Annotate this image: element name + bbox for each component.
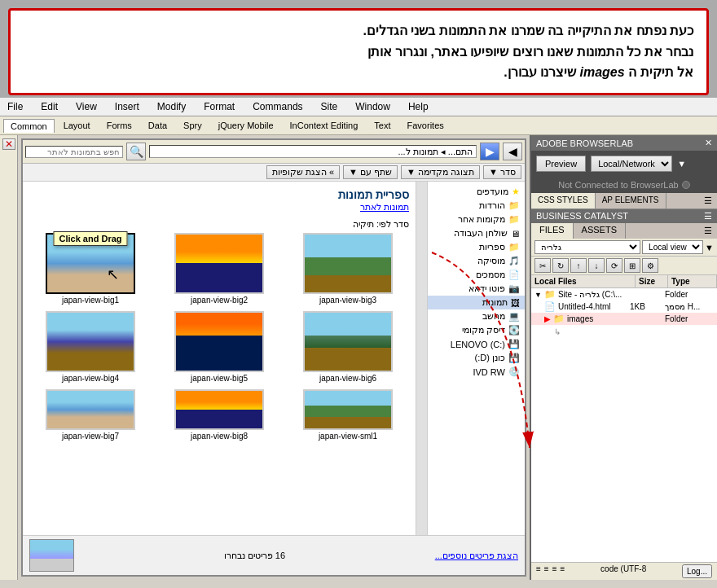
image-label: japan-view-big6: [319, 374, 376, 383]
menu-window[interactable]: Window: [353, 100, 393, 113]
expand-panel-icon[interactable]: ⊞: [624, 258, 640, 273]
refresh-icon[interactable]: ↻: [552, 258, 569, 273]
close-icon[interactable]: ✕: [2, 138, 15, 150]
folder-item-docs[interactable]: 📄 מסמכים: [428, 268, 525, 282]
site-dropdown[interactable]: גלריה: [534, 240, 640, 254]
image-item[interactable]: Click and Drag ↖ japan-view-big1: [29, 233, 152, 305]
folder-item-d-drive[interactable]: 💾 כונן (D:): [428, 351, 525, 365]
expand-icon[interactable]: ▼: [705, 243, 714, 252]
log-button[interactable]: Log...: [682, 564, 712, 578]
image-item[interactable]: japan-view-big8: [158, 389, 280, 441]
sync-icon[interactable]: ⟳: [606, 258, 622, 273]
music-icon: 🎵: [508, 256, 520, 266]
folder-item-lenovo[interactable]: 💾 LENOVO (C:): [428, 337, 525, 351]
tab-text[interactable]: Text: [367, 118, 398, 133]
tab-forms[interactable]: Forms: [99, 118, 139, 133]
align-right-icon[interactable]: ≡: [552, 564, 557, 578]
network-select[interactable]: Local/Network: [591, 156, 672, 172]
tab-ap-elements[interactable]: AP ELEMENTS: [596, 193, 666, 208]
tab-data[interactable]: Data: [141, 118, 174, 133]
align-justify-icon[interactable]: ≡: [561, 564, 565, 578]
folder-item-favorites[interactable]: ★ מועדפים: [428, 185, 525, 199]
btn-share[interactable]: שתף עם ▼: [343, 165, 398, 179]
browserlab-close-icon[interactable]: ✕: [705, 138, 712, 148]
menu-edit[interactable]: Edit: [38, 100, 60, 113]
cut-icon[interactable]: ✂: [534, 258, 551, 273]
menu-file[interactable]: File: [5, 100, 25, 113]
images-sub-indicator: ↳: [531, 325, 717, 336]
search-icon[interactable]: 🔍: [126, 143, 146, 160]
image-item[interactable]: japan-view-big4: [29, 311, 152, 383]
show-more-link[interactable]: הצגת פריטים נוספים...: [435, 551, 518, 561]
folder-item-computer[interactable]: 💻 מחשב: [428, 309, 525, 323]
folder-label: מסמכים: [476, 270, 505, 280]
menu-modify[interactable]: Modify: [155, 100, 188, 113]
btn-slideshow[interactable]: » הצגת שקופיות: [266, 165, 340, 179]
tab-common[interactable]: Common: [3, 119, 55, 133]
tab-files[interactable]: FILES: [531, 223, 574, 239]
tab-assets[interactable]: ASSETS: [574, 223, 626, 239]
image-item[interactable]: japan-view-big3: [287, 233, 409, 305]
image-item[interactable]: japan-view-sml1: [287, 389, 409, 441]
image-thumb: [46, 389, 135, 430]
toolbar: Common Layout Forms Data Spry jQuery Mob…: [0, 116, 717, 135]
folder-item-libraries[interactable]: 📁 ספריות: [428, 240, 525, 254]
nav-back-btn[interactable]: ◀: [503, 143, 522, 160]
view-select[interactable]: Local view: [642, 240, 703, 254]
align-center-icon[interactable]: ≡: [544, 564, 549, 578]
folder-item-downloads[interactable]: 📁 הורדות: [428, 199, 525, 213]
menu-help[interactable]: Help: [406, 100, 431, 113]
browserlab-settings-icon[interactable]: ▼: [677, 159, 686, 169]
preview-button[interactable]: Preview: [536, 156, 586, 172]
star-icon: ★: [512, 186, 520, 197]
folder-path-link[interactable]: תמונות לאתר: [360, 202, 409, 212]
menu-site[interactable]: Site: [319, 100, 341, 113]
search-input[interactable]: [25, 146, 123, 158]
align-left-icon[interactable]: ≡: [536, 564, 541, 578]
menu-format[interactable]: Format: [201, 100, 237, 113]
biz-expand-icon[interactable]: ☰: [704, 211, 712, 222]
image-item[interactable]: japan-view-big6: [287, 311, 409, 383]
menu-commands[interactable]: Commands: [250, 100, 305, 113]
upload-icon[interactable]: ↑: [570, 258, 587, 273]
folder-item-images[interactable]: 🖼 תמונות: [428, 296, 525, 309]
html-file-icon: 📄: [544, 301, 556, 312]
folder-item-other[interactable]: 📁 מקומות אחר: [428, 213, 525, 226]
file-tree-item-html[interactable]: 📄 Untitled-4.html 1KB מסמך H...: [531, 301, 717, 313]
tab-jquery[interactable]: jQuery Mobile: [211, 118, 281, 133]
computer-icon: 💻: [508, 311, 520, 322]
tab-favorites[interactable]: Favorites: [400, 118, 451, 133]
folder-label: שולחן העבודה: [454, 228, 508, 239]
instruction-line2: נבחר את כל התמונות שאנו רוצים שיופיעו בא…: [24, 42, 693, 63]
file-tree-item-site[interactable]: ▼ 📁 Site - גלריה (C:\... Folder: [531, 288, 717, 301]
settings-icon[interactable]: ⚙: [642, 258, 658, 273]
tab-layout[interactable]: Layout: [56, 118, 98, 133]
folder-breadcrumb: תמונות לאתר: [29, 201, 409, 213]
tab-css-styles[interactable]: CSS STYLES: [531, 193, 596, 208]
btn-seder[interactable]: סדר ▼: [483, 165, 521, 179]
folder-item-desktop[interactable]: 🖥 שולחן העבודה: [428, 226, 525, 240]
path-input[interactable]: [149, 145, 477, 158]
folder-item-local-disk[interactable]: 💽 דיסק מקומי: [428, 323, 525, 337]
image-item[interactable]: japan-view-big2: [158, 233, 280, 305]
menu-insert[interactable]: Insert: [112, 100, 142, 113]
folder-sidebar: ★ מועדפים 📁 הורדות 📁 מקומות אחר 🖥 שולחן …: [427, 182, 525, 535]
browserlab-header: ADOBE BROWSERLAB ✕: [531, 135, 717, 151]
image-item[interactable]: japan-view-big7: [29, 389, 152, 441]
files-menu-icon[interactable]: ☰: [699, 223, 717, 239]
image-item[interactable]: japan-view-big5: [158, 311, 280, 383]
nav-forward-btn[interactable]: ▶: [480, 143, 499, 160]
panel-menu-icon[interactable]: ☰: [699, 193, 717, 208]
btn-preview[interactable]: תצוגה מקדימה ▼: [401, 165, 480, 179]
tab-spry[interactable]: Spry: [176, 118, 209, 133]
size-col: Size: [636, 275, 668, 287]
folder-item-ivd[interactable]: 💿 IVD RW: [428, 365, 525, 379]
menu-view[interactable]: View: [73, 100, 99, 113]
download-icon[interactable]: ↓: [588, 258, 605, 273]
file-tree-item-images[interactable]: ▶ 📁 images Folder: [531, 313, 717, 325]
folder-item-photos[interactable]: 📷 פוטו ידאא: [428, 282, 525, 296]
images-header: ספריית תמונות תמונות לאתר: [29, 188, 409, 213]
scrollbar[interactable]: [416, 182, 427, 535]
tab-incontext[interactable]: InContext Editing: [283, 118, 366, 133]
folder-item-music[interactable]: 🎵 מוסיקה: [428, 254, 525, 268]
